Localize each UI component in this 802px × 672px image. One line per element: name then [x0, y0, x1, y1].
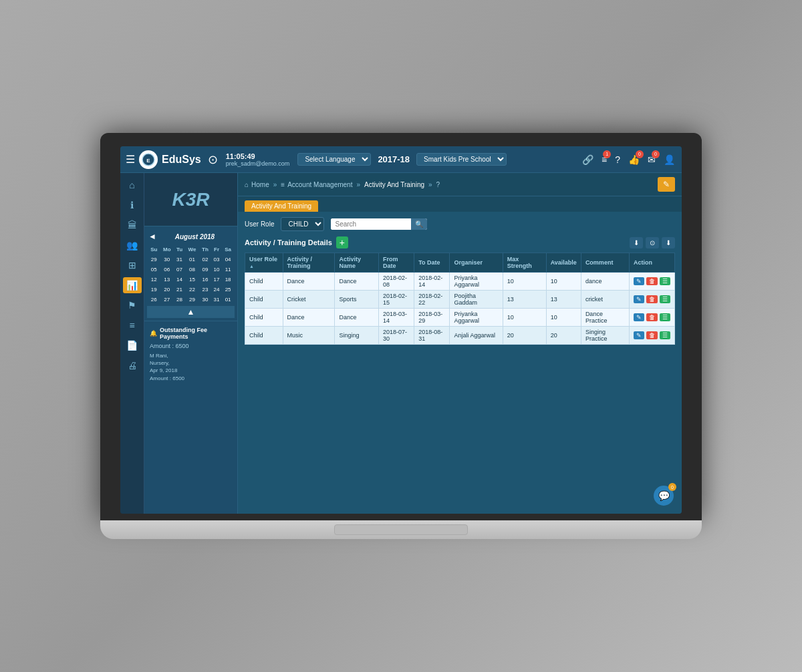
col-activity-name[interactable]: Activity Name: [335, 253, 379, 273]
hamburger-button[interactable]: ☰: [126, 153, 135, 166]
help-icon-button[interactable]: ?: [614, 153, 622, 166]
search-input[interactable]: [331, 218, 411, 230]
cal-day[interactable]: 14: [174, 275, 184, 284]
delete-row-button[interactable]: 🗑: [646, 331, 658, 339]
export-excel-button[interactable]: ⊙: [646, 237, 659, 248]
cal-day[interactable]: 10: [212, 265, 221, 274]
cal-day[interactable]: 30: [200, 295, 211, 304]
cal-day[interactable]: 07: [174, 265, 184, 274]
like-icon-button[interactable]: 👍 0: [627, 153, 641, 166]
col-to-date[interactable]: To Date: [414, 253, 450, 273]
nav-arrow-button[interactable]: ⊙: [208, 152, 218, 167]
sidebar-chart-icon[interactable]: 📊: [123, 277, 142, 293]
cal-day[interactable]: 26: [148, 295, 160, 304]
cal-day[interactable]: 01: [186, 255, 198, 264]
cal-day[interactable]: 30: [161, 255, 174, 264]
delete-row-button[interactable]: 🗑: [646, 313, 658, 321]
edit-row-button[interactable]: ✎: [634, 331, 644, 339]
view-row-button[interactable]: ☰: [660, 313, 670, 321]
cal-day[interactable]: 23: [200, 285, 211, 294]
language-select[interactable]: Select Language: [297, 153, 371, 166]
breadcrumb-question[interactable]: ?: [436, 181, 440, 188]
role-select[interactable]: CHILD: [281, 217, 324, 231]
delete-row-button[interactable]: 🗑: [646, 295, 658, 303]
cal-day[interactable]: 15: [186, 275, 198, 284]
cal-day[interactable]: 21: [174, 285, 184, 294]
action-cell: ✎ 🗑 ☰: [629, 309, 674, 327]
cal-day[interactable]: 01: [223, 295, 233, 304]
cal-day[interactable]: 06: [161, 265, 174, 274]
view-row-button[interactable]: ☰: [660, 331, 670, 339]
cal-day[interactable]: 03: [212, 255, 221, 264]
cal-day[interactable]: 02: [200, 255, 211, 264]
col-comment[interactable]: Comment: [581, 253, 629, 273]
sidebar-home-icon[interactable]: ⌂: [123, 177, 142, 193]
edit-top-button[interactable]: ✎: [658, 177, 675, 192]
table-cell: Child: [245, 327, 283, 345]
sidebar-flag-icon[interactable]: ⚑: [123, 297, 142, 313]
col-available[interactable]: Available: [546, 253, 581, 273]
col-organiser[interactable]: Organiser: [450, 253, 503, 273]
cal-day[interactable]: 31: [174, 255, 184, 264]
chat-bubble[interactable]: 💬 0: [654, 486, 674, 506]
cal-day[interactable]: 28: [174, 295, 184, 304]
cal-day[interactable]: 09: [200, 265, 211, 274]
profile-icon-button[interactable]: 👤: [662, 153, 676, 166]
cal-day[interactable]: 05: [148, 265, 160, 274]
cal-day[interactable]: 16: [200, 275, 211, 284]
export-pdf-button[interactable]: ⬇: [630, 237, 643, 248]
sidebar-file-icon[interactable]: 📄: [123, 337, 142, 353]
breadcrumb-account-management[interactable]: ≡ Account Management: [281, 181, 352, 188]
cal-day[interactable]: 11: [223, 265, 233, 274]
cal-day[interactable]: 12: [148, 275, 160, 284]
sidebar-landmark-icon[interactable]: 🏛: [123, 217, 142, 233]
add-activity-button[interactable]: +: [336, 236, 348, 248]
cal-day[interactable]: 04: [223, 255, 233, 264]
cal-header-we: We: [186, 245, 198, 254]
mail-icon-button[interactable]: ✉ 0: [646, 153, 657, 166]
sidebar-layers-icon[interactable]: ⊞: [123, 257, 142, 273]
sidebar-print-icon[interactable]: 🖨: [123, 357, 142, 373]
view-row-button[interactable]: ☰: [660, 295, 670, 303]
school-select[interactable]: Smart Kids Pre School: [416, 153, 507, 166]
cal-day[interactable]: 27: [161, 295, 174, 304]
list-icon-button[interactable]: ≡ 1: [600, 153, 608, 166]
sidebar-users-icon[interactable]: 👥: [123, 237, 142, 253]
cal-day[interactable]: 19: [148, 285, 160, 294]
cal-day[interactable]: 24: [212, 285, 221, 294]
calendar-up-button[interactable]: ▲: [147, 306, 235, 318]
edit-row-button[interactable]: ✎: [634, 277, 644, 285]
link-icon-button[interactable]: 🔗: [581, 153, 595, 166]
cal-day[interactable]: 13: [161, 275, 174, 284]
cal-day[interactable]: 25: [223, 285, 233, 294]
search-button[interactable]: 🔍: [411, 218, 427, 230]
calendar-prev-button[interactable]: ◄: [148, 232, 156, 241]
delete-row-button[interactable]: 🗑: [646, 277, 658, 285]
view-row-button[interactable]: ☰: [660, 277, 670, 285]
edit-row-button[interactable]: ✎: [634, 313, 644, 321]
table-cell: Cricket: [283, 291, 335, 309]
sidebar-info-icon[interactable]: ℹ: [123, 197, 142, 213]
export-print-button[interactable]: ⬇: [662, 237, 675, 248]
table-cell: 2018-02-22: [414, 291, 450, 309]
col-max-strength[interactable]: Max Strength: [503, 253, 546, 273]
col-from-date[interactable]: From Date: [379, 253, 414, 273]
cal-day[interactable]: 08: [186, 265, 198, 274]
activity-table: User Role ▲ Activity / Training Activity…: [245, 253, 675, 345]
edit-row-button[interactable]: ✎: [634, 295, 644, 303]
list-badge: 1: [603, 150, 611, 158]
breadcrumb-home[interactable]: ⌂ Home: [245, 181, 269, 188]
col-activity-training[interactable]: Activity / Training: [283, 253, 335, 273]
cal-day[interactable]: 20: [161, 285, 174, 294]
email-display: prek_sadm@demo.com: [226, 160, 290, 167]
tab-activity-training[interactable]: Activity And Training: [245, 200, 318, 212]
cal-day[interactable]: 29: [148, 255, 160, 264]
col-user-role[interactable]: User Role ▲: [245, 253, 283, 273]
cal-header-su: Su: [148, 245, 160, 254]
cal-day[interactable]: 17: [212, 275, 221, 284]
cal-day[interactable]: 29: [186, 295, 198, 304]
cal-day[interactable]: 22: [186, 285, 198, 294]
sidebar-list-icon[interactable]: ≡: [123, 317, 142, 333]
cal-day[interactable]: 18: [223, 275, 233, 284]
cal-day[interactable]: 31: [212, 295, 221, 304]
